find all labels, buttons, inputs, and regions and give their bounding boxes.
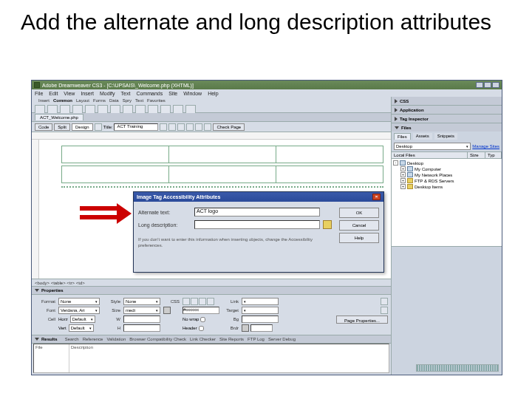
results-tab-browser[interactable]: Browser Compatibility Check (129, 337, 186, 341)
close-button[interactable] (492, 82, 499, 88)
brdr-input[interactable] (250, 324, 273, 332)
files-tab-assets[interactable]: Assets (413, 133, 432, 140)
table-row-2[interactable] (61, 166, 383, 183)
view-design-button[interactable]: Design (72, 123, 93, 131)
document-tab[interactable]: ACT_Welcome.php (35, 114, 83, 120)
menu-insert[interactable]: Insert (81, 91, 94, 96)
vert-select[interactable]: Default (69, 324, 94, 332)
insert-tab-layout[interactable]: Layout (76, 98, 89, 103)
refresh-icon[interactable] (186, 123, 194, 131)
horz-select[interactable]: Default (70, 316, 95, 323)
title-input[interactable]: ACT Training (114, 123, 158, 131)
insert-tab-forms[interactable]: Forms (93, 98, 106, 103)
menu-site[interactable]: Site (168, 91, 177, 96)
target-select[interactable] (242, 307, 279, 314)
maximize-button[interactable] (484, 82, 491, 88)
longdesc-input[interactable] (194, 220, 320, 229)
tag-inspector-collapse-icon[interactable] (395, 117, 398, 121)
page-properties-button[interactable]: Page Properties... (336, 316, 388, 324)
tree-item[interactable]: My Network Places (415, 173, 452, 177)
browse-folder-icon[interactable] (323, 220, 332, 229)
files-tab-files[interactable]: Files (394, 133, 411, 140)
tree-item[interactable]: My Computer (415, 167, 441, 171)
results-tab-validation[interactable]: Validation (106, 337, 126, 341)
tree-expand-icon[interactable]: + (400, 178, 406, 183)
menu-edit[interactable]: Edit (49, 91, 58, 96)
files-col-type[interactable]: Typ (485, 152, 502, 158)
view-options-icon[interactable] (195, 123, 202, 131)
results-tab-ftp[interactable]: FTP Log (248, 337, 265, 341)
css-button[interactable]: CSS (163, 299, 180, 304)
manage-sites-link[interactable]: Manage Sites (472, 144, 499, 149)
tree-expand-icon[interactable]: - (393, 160, 398, 166)
link-select[interactable] (242, 298, 279, 305)
insert-tab-spry[interactable]: Spry (123, 98, 132, 103)
results-tab-debug[interactable]: Server Debug (268, 337, 296, 341)
menu-file[interactable]: File (35, 91, 43, 96)
tree-expand-icon[interactable]: + (400, 184, 406, 189)
dialog-close-button[interactable]: × (372, 194, 381, 200)
tree-item[interactable]: Desktop Items (415, 185, 443, 189)
menu-window[interactable]: Window (183, 91, 202, 96)
help-button[interactable]: Help (339, 233, 379, 243)
files-col-name[interactable]: Local Files (392, 152, 468, 158)
tag-selector[interactable]: <body> <table> <tr> <td> (35, 281, 388, 285)
minimize-button[interactable] (476, 82, 483, 88)
tag-inspector-panel-label[interactable]: Tag Inspector (400, 117, 429, 121)
insert-tab-data[interactable]: Data (109, 98, 119, 103)
files-tab-snippets[interactable]: Snippets (434, 133, 457, 140)
view-split-button[interactable]: Split (54, 123, 70, 131)
results-tab-site[interactable]: Site Reports (219, 337, 244, 341)
help-icon[interactable] (381, 298, 388, 305)
menu-modify[interactable]: Modify (100, 91, 115, 96)
ok-button[interactable]: OK (339, 208, 379, 218)
browser-preview-icon[interactable] (177, 123, 185, 131)
tree-item[interactable]: FTP & RDS Servers (415, 179, 454, 183)
style-select[interactable]: None (123, 298, 160, 305)
table-row-1[interactable] (61, 146, 383, 163)
files-collapse-icon[interactable] (395, 126, 399, 129)
color-input[interactable]: #cccccc (183, 307, 219, 314)
application-panel-label[interactable]: Application (400, 108, 424, 112)
alt-text-input[interactable]: ACT logo (194, 208, 320, 216)
brdr-swatch[interactable] (242, 324, 249, 332)
header-checkbox[interactable] (199, 326, 204, 331)
visual-aids-icon[interactable] (204, 123, 211, 131)
tree-expand-icon[interactable]: + (400, 166, 406, 171)
tree-root[interactable]: Desktop (407, 161, 423, 166)
site-select[interactable]: Desktop (394, 143, 471, 150)
format-select[interactable]: None (58, 298, 100, 305)
toolbar-icon-2[interactable] (168, 123, 176, 131)
insert-tab-favorites[interactable]: Favorites (147, 98, 166, 103)
live-view-icon[interactable] (95, 123, 102, 131)
menu-view[interactable]: View (64, 91, 75, 96)
nowrap-checkbox[interactable] (200, 317, 205, 322)
h-input[interactable] (123, 324, 160, 332)
align-left-icon[interactable] (199, 298, 206, 305)
results-tab-reference[interactable]: Reference (83, 337, 103, 341)
menu-help[interactable]: Help (208, 91, 218, 96)
toolbar-icon-1[interactable] (160, 123, 167, 131)
results-collapse-icon[interactable] (35, 338, 39, 341)
color-swatch[interactable] (163, 307, 171, 314)
css-panel-label[interactable]: CSS (400, 99, 409, 103)
align-center-icon[interactable] (207, 298, 214, 305)
menu-text[interactable]: Text (121, 91, 131, 96)
insert-tab-common[interactable]: Common (53, 98, 72, 103)
file-tree[interactable]: -Desktop +My Computer +My Network Places… (392, 159, 502, 246)
insert-tab-text[interactable]: Text (135, 98, 143, 103)
font-select[interactable]: Verdana, Ari (58, 307, 100, 314)
view-code-button[interactable]: Code (35, 123, 52, 131)
results-tab-link[interactable]: Link Checker (190, 337, 216, 341)
italic-icon[interactable] (191, 298, 198, 305)
size-select[interactable]: medi (123, 307, 160, 314)
results-tab-search[interactable]: Search (65, 337, 79, 341)
files-panel-label[interactable]: Files (401, 126, 412, 130)
application-collapse-icon[interactable] (395, 108, 398, 112)
properties-collapse-icon[interactable] (35, 289, 39, 292)
menu-commands[interactable]: Commands (136, 91, 163, 96)
tree-expand-icon[interactable]: + (400, 172, 406, 177)
bg-input[interactable] (242, 316, 279, 323)
quick-tag-icon[interactable] (381, 307, 388, 314)
css-collapse-icon[interactable] (395, 99, 398, 103)
